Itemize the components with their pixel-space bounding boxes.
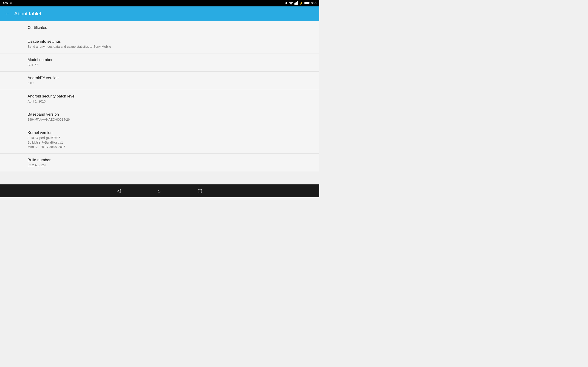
home-button[interactable]: ⌂ — [157, 188, 161, 194]
setting-item-android-version[interactable]: Android™ version6.0.1 — [0, 72, 319, 90]
setting-value-build-number: 32.2.A.0.224 — [27, 163, 292, 168]
svg-point-0 — [291, 4, 291, 5]
signal-icon — [294, 1, 298, 5]
back-nav-button[interactable]: ◁ — [117, 188, 121, 194]
time: 3:50 — [311, 2, 317, 5]
setting-value-security-patch: April 1, 2016 — [27, 99, 292, 104]
nav-bar: ◁ ⌂ ▢ — [0, 184, 319, 197]
svg-rect-7 — [304, 2, 309, 3]
svg-rect-6 — [309, 2, 310, 3]
app-bar-title: About tablet — [14, 11, 41, 17]
setting-value-kernel-version: 3.10.84-perf-g4a67e86 BuildUser@BuildHos… — [27, 136, 292, 149]
setting-value-android-version: 6.0.1 — [27, 81, 292, 85]
setting-title-security-patch: Android security patch level — [27, 94, 292, 99]
setting-title-kernel-version: Kernel version — [27, 131, 292, 135]
bluetooth-icon: ✱ — [285, 2, 288, 5]
svg-rect-1 — [294, 3, 295, 5]
status-bar-right: ✱ ⚡ 3:50 — [285, 1, 317, 5]
setting-title-model-number: Model number — [27, 58, 292, 62]
settings-content: CertificatesUsage info settingsSend anon… — [0, 21, 319, 172]
setting-title-android-version: Android™ version — [27, 76, 292, 80]
setting-item-security-patch[interactable]: Android security patch levelApril 1, 201… — [0, 90, 319, 108]
charging-icon: ⚡ — [300, 2, 303, 5]
status-bar-left: 100 ✉ — [3, 2, 12, 5]
svg-rect-3 — [296, 2, 297, 5]
wifi-icon — [289, 1, 293, 5]
battery-percentage-left: 100 — [3, 2, 8, 5]
svg-rect-4 — [297, 1, 298, 5]
setting-item-build-number[interactable]: Build number32.2.A.0.224 — [0, 154, 319, 172]
recents-button[interactable]: ▢ — [198, 188, 202, 194]
setting-value-model-number: SGP771 — [27, 63, 292, 67]
setting-item-certificates[interactable]: Certificates — [0, 21, 319, 35]
email-icon: ✉ — [10, 2, 12, 5]
setting-item-usage-info[interactable]: Usage info settingsSend anonymous data a… — [0, 35, 319, 53]
status-bar: 100 ✉ ✱ ⚡ — [0, 0, 319, 6]
setting-title-baseband-version: Baseband version — [27, 112, 292, 117]
setting-title-usage-info: Usage info settings — [27, 39, 292, 44]
setting-value-usage-info: Send anonymous data and usage statistics… — [27, 44, 292, 49]
setting-item-kernel-version[interactable]: Kernel version3.10.84-perf-g4a67e86 Buil… — [0, 126, 319, 154]
back-button[interactable]: ← — [5, 11, 10, 17]
battery-icon — [304, 1, 310, 5]
app-bar: ← About tablet — [0, 6, 319, 21]
setting-title-build-number: Build number — [27, 158, 292, 162]
setting-value-baseband-version: 8994-FAAAANAZQ-00014-26 — [27, 117, 292, 122]
setting-title-certificates: Certificates — [27, 25, 292, 30]
setting-item-baseband-version[interactable]: Baseband version8994-FAAAANAZQ-00014-26 — [0, 108, 319, 126]
setting-item-model-number[interactable]: Model numberSGP771 — [0, 53, 319, 72]
svg-rect-2 — [295, 2, 296, 5]
